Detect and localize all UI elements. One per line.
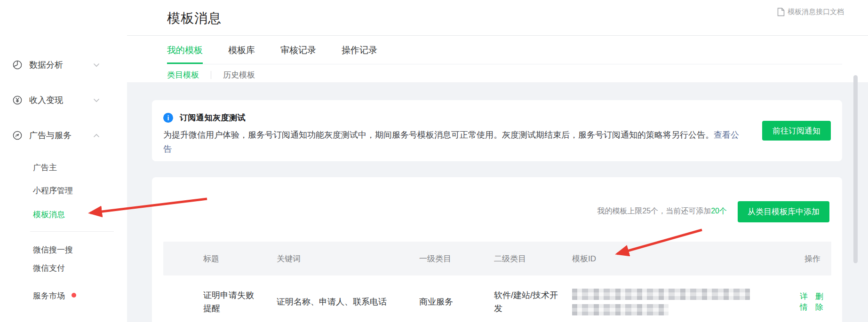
subtab-bar: 类目模板 历史模板 <box>167 70 255 80</box>
go-to-subscription-notice-button[interactable]: 前往订阅通知 <box>762 121 831 141</box>
mosaic-strip <box>572 289 750 300</box>
sidebar-item-wechat-search[interactable]: 微信搜一搜 <box>33 244 73 255</box>
subtab-history-templates[interactable]: 历史模板 <box>223 70 255 80</box>
sidebar-item-advertiser[interactable]: 广告主 <box>33 162 57 173</box>
subtab-category-templates[interactable]: 类目模板 <box>167 70 199 80</box>
delete-link[interactable]: 删除 <box>815 291 823 313</box>
quota-prefix: 我的模板上限25个，当前还可添加 <box>597 207 711 215</box>
col-header-actions: 操作 <box>800 253 831 264</box>
sidebar-item-service-market[interactable]: 服务市场 <box>33 291 65 301</box>
info-icon: i <box>163 113 173 123</box>
quota-remaining: 20个 <box>711 207 727 215</box>
gray-test-notice-banner: i 订阅通知灰度测试 为提升微信用户体验，服务号订阅通知功能灰度测试中，期间服务… <box>152 100 842 161</box>
table-header-row: 标题 关键词 一级类目 二级类目 模板ID 操作 <box>163 242 831 275</box>
chevron-up-icon <box>93 134 100 138</box>
col-header-category2: 二级类目 <box>494 253 572 264</box>
col-header-title: 标题 <box>163 253 277 264</box>
vertical-scrollbar-thumb[interactable] <box>853 75 858 263</box>
chevron-down-icon <box>93 98 100 102</box>
sidebar-item-miniprogram-management[interactable]: 小程序管理 <box>33 185 73 196</box>
cell-template-id-redacted <box>572 289 800 315</box>
doc-link-label: 模板消息接口文档 <box>788 8 844 16</box>
table-row: 证明申请失败提醒 证明名称、申请人、联系电话 商业服务 软件/建站/技术开发 详… <box>163 275 831 322</box>
sidebar-item-wechat-pay[interactable]: 微信支付 <box>33 263 65 274</box>
tab-review-records[interactable]: 审核记录 <box>280 44 316 64</box>
document-icon <box>777 8 785 16</box>
sidebar-divider <box>30 231 114 232</box>
sidebar-item-ads-services[interactable]: 广告与服务 <box>12 130 100 141</box>
cell-title: 证明申请失败提醒 <box>163 289 277 315</box>
template-message-api-doc-link[interactable]: 模板消息接口文档 <box>777 8 844 16</box>
cell-category1: 商业服务 <box>419 296 494 307</box>
tab-template-library[interactable]: 模板库 <box>228 44 255 64</box>
sidebar-item-label: 数据分析 <box>29 59 63 71</box>
cell-keywords: 证明名称、申请人、联系电话 <box>277 296 419 307</box>
sidebar-item-data-analysis[interactable]: 数据分析 <box>12 59 100 71</box>
yen-circle-icon <box>12 95 23 105</box>
header-divider <box>0 35 868 36</box>
tab-my-templates[interactable]: 我的模板 <box>167 44 203 64</box>
sidebar: 数据分析 收入变现 <box>0 0 127 322</box>
template-quota-text: 我的模板上限25个，当前还可添加20个 <box>597 206 727 216</box>
banner-title: 订阅通知灰度测试 <box>180 112 246 123</box>
my-templates-panel: 我的模板上限25个，当前还可添加20个 从类目模板库中添加 标题 关键词 一级类… <box>152 177 842 322</box>
cell-category2: 软件/建站/技术开发 <box>494 289 572 315</box>
col-header-template-id: 模板ID <box>572 253 800 264</box>
banner-body: 为提升微信用户体验，服务号订阅通知功能灰度测试中，期间服务号模板消息可正常使用。… <box>163 128 743 156</box>
cell-actions: 详情 删除 <box>800 291 834 313</box>
detail-link[interactable]: 详情 <box>800 291 808 313</box>
sidebar-item-revenue[interactable]: 收入变现 <box>12 94 100 106</box>
col-header-category1: 一级类目 <box>419 253 494 264</box>
pie-chart-icon <box>12 60 23 70</box>
notification-dot <box>72 293 76 298</box>
sidebar-item-template-message[interactable]: 模板消息 <box>33 209 65 220</box>
chevron-down-icon <box>93 63 100 67</box>
sidebar-item-label: 收入变现 <box>29 94 63 106</box>
compass-icon <box>12 130 23 141</box>
page-title: 模板消息 <box>167 9 222 27</box>
subtab-divider <box>211 71 211 79</box>
sidebar-item-label: 广告与服务 <box>29 130 72 141</box>
banner-body-text: 为提升微信用户体验，服务号订阅通知功能灰度测试中，期间服务号模板消息可正常使用。… <box>163 130 714 140</box>
mosaic-strip <box>572 304 669 315</box>
col-header-keywords: 关键词 <box>277 253 419 264</box>
add-from-category-library-button[interactable]: 从类目模板库中添加 <box>738 201 829 222</box>
app-window: 服务号 模板消息 模板消息接口文档 数据分析 <box>0 0 868 322</box>
tab-bar: 我的模板 模板库 审核记录 操作记录 <box>167 44 842 64</box>
tab-operation-records[interactable]: 操作记录 <box>342 44 377 64</box>
redacted-template-id-mosaic <box>572 289 800 315</box>
